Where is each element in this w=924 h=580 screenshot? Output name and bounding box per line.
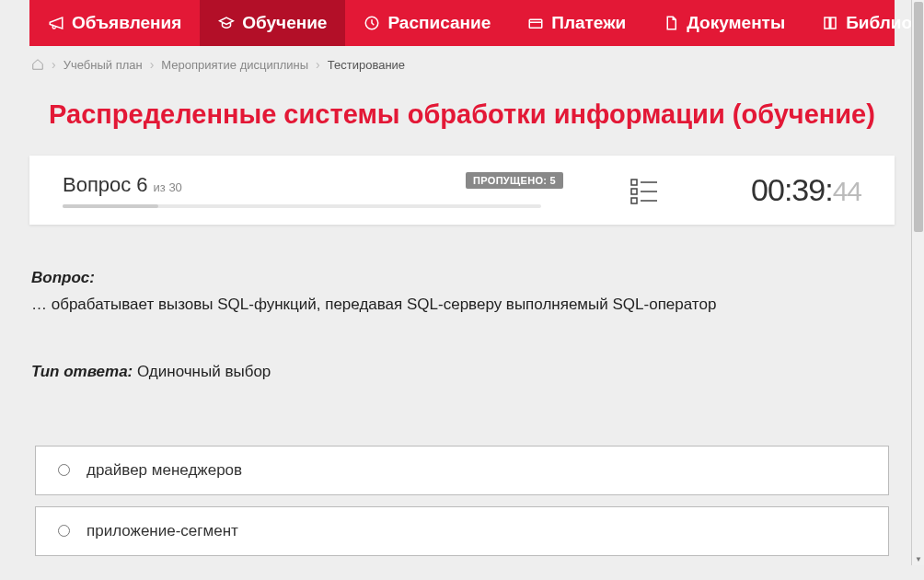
option-radio[interactable] <box>58 464 70 476</box>
document-icon <box>663 15 679 31</box>
answer-type-label: Тип ответа: <box>31 363 133 380</box>
nav-label: Документы <box>687 13 785 33</box>
nav-label: Расписание <box>387 13 491 33</box>
clock-icon <box>364 15 380 31</box>
scroll-down-icon[interactable]: ▼ <box>912 552 924 565</box>
progress-bar <box>63 204 541 208</box>
page-title: Распределенные системы обработки информа… <box>29 99 895 130</box>
home-icon[interactable] <box>31 58 44 71</box>
question-panel: Вопрос 6 из 30 ПРОПУЩЕНО: 5 <box>29 156 895 225</box>
progress-fill <box>63 204 158 208</box>
nav-label: Объявления <box>72 13 181 33</box>
breadcrumb: › Учебный план › Мероприятие дисциплины … <box>29 46 895 83</box>
answer-type: Тип ответа: Одиночный выбор <box>31 363 893 381</box>
timer: 00:39:44 <box>751 172 861 208</box>
svg-rect-3 <box>631 189 637 194</box>
timer-ms: 44 <box>833 176 861 206</box>
main-nav: Объявления Обучение Расписание Платежи Д… <box>29 0 895 46</box>
question-text: … обрабатывает вызовы SQL-функций, перед… <box>31 293 893 317</box>
svg-rect-4 <box>631 198 637 203</box>
option-label: приложение-сегмент <box>87 522 238 540</box>
book-icon <box>822 15 838 31</box>
question-list-button[interactable] <box>629 176 659 205</box>
timer-main: 00:39: <box>751 172 833 207</box>
nav-payments[interactable]: Платежи <box>509 0 644 46</box>
option-label: драйвер менеджеров <box>87 461 242 480</box>
question-label: Вопрос: <box>31 269 893 287</box>
option-item[interactable]: приложение-сегмент <box>35 506 889 556</box>
chevron-right-icon: › <box>52 57 56 72</box>
list-icon <box>629 176 659 205</box>
nav-label: Обучение <box>242 13 327 33</box>
nav-announcements[interactable]: Объявления <box>29 0 200 46</box>
breadcrumb-item[interactable]: Мероприятие дисциплины <box>161 58 308 72</box>
options-list: драйвер менеджеров приложение-сегмент ме… <box>29 446 895 566</box>
chevron-right-icon: › <box>150 57 155 72</box>
vertical-scrollbar[interactable]: ▲ ▼ <box>911 0 924 565</box>
question-of: из 30 <box>154 180 182 194</box>
option-radio[interactable] <box>58 525 70 537</box>
svg-rect-2 <box>631 180 637 185</box>
payment-icon <box>527 15 544 31</box>
nav-schedule[interactable]: Расписание <box>345 0 509 46</box>
scroll-thumb[interactable] <box>914 2 923 232</box>
graduation-icon <box>218 15 235 31</box>
nav-documents[interactable]: Документы <box>644 0 803 46</box>
breadcrumb-item[interactable]: Учебный план <box>64 58 143 72</box>
question-body: Вопрос: … обрабатывает вызовы SQL-функци… <box>29 269 895 381</box>
chevron-right-icon: › <box>316 57 320 72</box>
nav-label: Платежи <box>551 13 626 33</box>
nav-learning[interactable]: Обучение <box>200 0 345 46</box>
breadcrumb-current: Тестирование <box>328 58 405 72</box>
nav-library[interactable]: Библиотека <box>803 0 924 46</box>
skipped-badge: ПРОПУЩЕНО: 5 <box>466 172 563 189</box>
answer-type-value: Одиночный выбор <box>137 363 271 380</box>
svg-rect-1 <box>529 19 542 28</box>
question-number: 6 <box>136 173 147 197</box>
megaphone-icon <box>48 15 64 31</box>
option-item[interactable]: драйвер менеджеров <box>35 446 889 495</box>
question-word: Вопрос <box>63 173 131 197</box>
